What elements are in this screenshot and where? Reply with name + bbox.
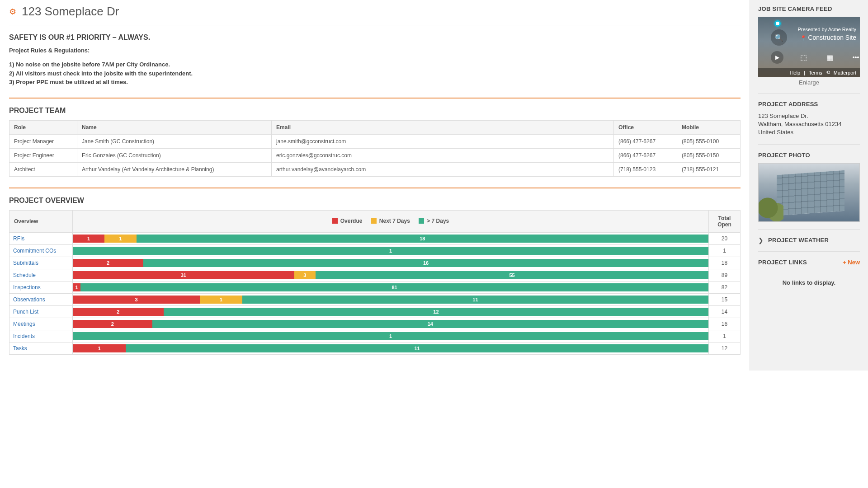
team-cell-office: (866) 477-6267 — [614, 148, 677, 162]
project-weather-toggle[interactable]: ❯ PROJECT WEATHER — [758, 237, 860, 244]
legend-gt7: > 7 Days — [427, 218, 449, 224]
overview-total: 18 — [709, 257, 741, 269]
camera-feed[interactable]: 🔍 Presented by Acme Realty 📍 Constructio… — [758, 17, 860, 77]
overview-bar-cell: 1 — [73, 330, 709, 342]
team-cell-office: (718) 555-0123 — [614, 162, 677, 176]
camera-site-label: 📍 Construction Site — [800, 34, 857, 41]
overview-bar-cell: 181 — [73, 281, 709, 293]
overview-bar-cell: 1118 — [73, 232, 709, 244]
team-row: Project ManagerJane Smith (GC Constructi… — [9, 134, 741, 148]
bar-segment-gt7: 1 — [73, 332, 708, 340]
matterport-icon[interactable]: ⟲ — [826, 70, 830, 75]
bar-segment-overdue: 1 — [73, 235, 104, 243]
new-link-button[interactable]: + New — [843, 259, 860, 266]
enlarge-link[interactable]: Enlarge — [758, 79, 860, 86]
team-cell-email: arthur.vandelay@avandelayarch.com — [272, 162, 614, 176]
overview-row-link[interactable]: Meetings — [9, 318, 73, 330]
floorplan-icon[interactable]: ▦ — [823, 51, 836, 64]
gear-icon[interactable]: ⚙ — [9, 7, 16, 17]
bar-segment-next7: 1 — [104, 235, 136, 243]
overview-bar-cell: 3111 — [73, 293, 709, 305]
overview-total: 1 — [709, 244, 741, 257]
team-cell-name: Jane Smith (GC Construction) — [77, 134, 272, 148]
safety-heading: SAFETY IS OUR #1 PRIORITY – ALWAYS. — [9, 33, 741, 42]
overview-bar-cell: 216 — [73, 257, 709, 269]
overview-row-link[interactable]: Punch List — [9, 305, 73, 318]
legend-overdue: Overdue — [340, 218, 363, 224]
th-role: Role — [9, 120, 77, 134]
legend-swatch-next7 — [371, 218, 377, 224]
camera-presented-by: Presented by Acme Realty — [797, 27, 856, 32]
team-cell-name: Arthur Vandelay (Art Vandelay Architectu… — [77, 162, 272, 176]
legend-swatch-gt7 — [419, 218, 424, 224]
team-cell-name: Eric Gonzales (GC Construction) — [77, 148, 272, 162]
th-name: Name — [77, 120, 272, 134]
bar-segment-overdue: 2 — [73, 320, 152, 328]
bar-segment-gt7: 18 — [137, 235, 708, 243]
overview-row-link[interactable]: RFIs — [9, 232, 73, 244]
bar-segment-gt7: 81 — [80, 283, 708, 291]
th-email: Email — [272, 120, 614, 134]
photo-title: PROJECT PHOTO — [758, 152, 860, 159]
team-cell-role: Project Engineer — [9, 148, 77, 162]
rule-line: 3) Proper PPE must be utilized at all ti… — [9, 78, 741, 87]
overview-total: 16 — [709, 318, 741, 330]
th-overview: Overview — [9, 210, 73, 232]
trees-render — [759, 194, 783, 221]
safety-block: SAFETY IS OUR #1 PRIORITY – ALWAYS. Proj… — [9, 33, 741, 87]
th-office: Office — [614, 120, 677, 134]
overview-row: Observations311115 — [9, 293, 741, 305]
overview-total: 20 — [709, 232, 741, 244]
camera-terms-link[interactable]: Terms — [809, 70, 822, 75]
more-icon[interactable]: ••• — [849, 51, 860, 64]
overview-row-link[interactable]: Observations — [9, 293, 73, 305]
overview-row-link[interactable]: Schedule — [9, 269, 73, 281]
overview-row-link[interactable]: Submittals — [9, 257, 73, 269]
bar-segment-next7: 1 — [200, 296, 242, 304]
address-line: United States — [758, 128, 860, 136]
overview-row-link[interactable]: Inspections — [9, 281, 73, 293]
bar-segment-gt7: 16 — [143, 259, 708, 267]
bar-segment-overdue: 1 — [73, 283, 80, 291]
bar-segment-overdue: 31 — [73, 271, 294, 279]
bar-segment-overdue: 2 — [73, 259, 143, 267]
team-row: ArchitectArthur Vandelay (Art Vandelay A… — [9, 162, 741, 176]
overview-total: 89 — [709, 269, 741, 281]
bar-segment-overdue: 3 — [73, 296, 200, 304]
overview-row-link[interactable]: Incidents — [9, 330, 73, 342]
overview-total: 1 — [709, 330, 741, 342]
camera-help-link[interactable]: Help — [790, 70, 800, 75]
links-empty-text: No links to display. — [758, 266, 860, 291]
th-legend: Overdue Next 7 Days > 7 Days — [73, 210, 709, 232]
building-render — [777, 170, 844, 215]
address-line: 123 Someplace Dr. — [758, 112, 860, 120]
team-row: Project EngineerEric Gonzales (GC Constr… — [9, 148, 741, 162]
overview-row: Submittals21618 — [9, 257, 741, 269]
bar-segment-next7: 3 — [294, 271, 316, 279]
camera-title: JOB SITE CAMERA FEED — [758, 5, 860, 12]
project-photo[interactable] — [758, 163, 860, 222]
address-title: PROJECT ADDRESS — [758, 101, 860, 108]
bar-segment-gt7: 11 — [126, 344, 708, 352]
address-line: Waltham, Massachusetts 01234 — [758, 120, 860, 128]
overview-row-link[interactable]: Tasks — [9, 342, 73, 354]
overview-row: Inspections18182 — [9, 281, 741, 293]
play-icon[interactable]: ▶ — [771, 51, 783, 64]
overview-bar-cell: 212 — [73, 305, 709, 318]
overview-row-link[interactable]: Commitment COs — [9, 244, 73, 257]
camera-waypoint-icon[interactable] — [774, 20, 781, 27]
search-icon[interactable]: 🔍 — [771, 29, 787, 46]
cube-icon[interactable]: ⬚ — [797, 51, 810, 64]
th-mobile: Mobile — [677, 120, 741, 134]
overview-bar-cell: 1 — [73, 244, 709, 257]
bar-segment-gt7: 14 — [152, 320, 708, 328]
bar-segment-overdue: 2 — [73, 308, 164, 316]
overview-row: Incidents11 — [9, 330, 741, 342]
overview-row: Punch List21214 — [9, 305, 741, 318]
bar-segment-gt7: 11 — [242, 296, 708, 304]
overview-total: 12 — [709, 342, 741, 354]
overview-row: Meetings21416 — [9, 318, 741, 330]
overview-row: Schedule3135589 — [9, 269, 741, 281]
bar-segment-gt7: 1 — [73, 247, 708, 255]
camera-brand[interactable]: Matterport — [834, 70, 856, 75]
